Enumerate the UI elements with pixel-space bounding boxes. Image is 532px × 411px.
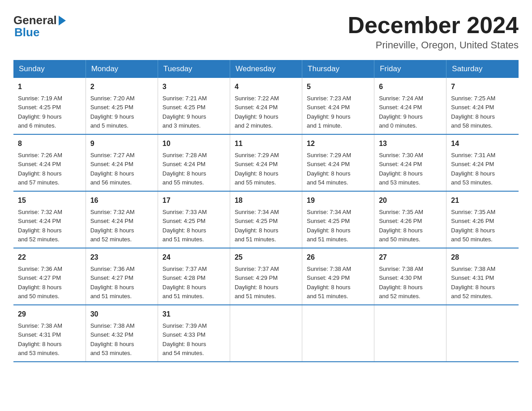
day-number: 25	[235, 252, 297, 263]
day-info: Sunrise: 7:23 AMSunset: 4:24 PMDaylight:…	[307, 95, 351, 129]
day-info: Sunrise: 7:21 AMSunset: 4:25 PMDaylight:…	[163, 95, 207, 129]
calendar-cell: 2 Sunrise: 7:20 AMSunset: 4:25 PMDayligh…	[86, 78, 158, 134]
calendar-week-row: 8 Sunrise: 7:26 AMSunset: 4:24 PMDayligh…	[13, 134, 519, 191]
logo-line2: Blue	[13, 26, 66, 39]
calendar-cell: 12 Sunrise: 7:29 AMSunset: 4:24 PMDaylig…	[302, 134, 374, 191]
calendar-cell: 29 Sunrise: 7:38 AMSunset: 4:31 PMDaylig…	[13, 305, 86, 362]
weekday-header-sunday: Sunday	[13, 60, 86, 78]
day-number: 29	[18, 309, 81, 320]
calendar-cell: 14 Sunrise: 7:31 AMSunset: 4:24 PMDaylig…	[446, 134, 519, 191]
day-info: Sunrise: 7:20 AMSunset: 4:25 PMDaylight:…	[90, 95, 135, 129]
calendar-cell: 20 Sunrise: 7:35 AMSunset: 4:26 PMDaylig…	[374, 191, 446, 248]
day-number: 16	[90, 195, 153, 206]
weekday-header-tuesday: Tuesday	[158, 60, 230, 78]
day-info: Sunrise: 7:38 AMSunset: 4:30 PMDaylight:…	[379, 265, 423, 300]
calendar-cell: 30 Sunrise: 7:38 AMSunset: 4:32 PMDaylig…	[86, 305, 158, 362]
day-number: 14	[451, 138, 514, 149]
day-number: 2	[90, 81, 153, 92]
calendar-cell: 27 Sunrise: 7:38 AMSunset: 4:30 PMDaylig…	[374, 248, 446, 305]
day-info: Sunrise: 7:37 AMSunset: 4:29 PMDaylight:…	[235, 265, 279, 300]
day-number: 31	[163, 309, 225, 320]
day-number: 28	[451, 252, 514, 263]
day-number: 26	[307, 252, 369, 263]
calendar-cell: 5 Sunrise: 7:23 AMSunset: 4:24 PMDayligh…	[302, 78, 374, 134]
day-info: Sunrise: 7:33 AMSunset: 4:25 PMDaylight:…	[163, 209, 207, 243]
day-number: 18	[235, 195, 297, 206]
day-number: 11	[235, 138, 297, 149]
day-info: Sunrise: 7:35 AMSunset: 4:26 PMDaylight:…	[451, 209, 495, 243]
day-info: Sunrise: 7:32 AMSunset: 4:24 PMDaylight:…	[18, 209, 62, 243]
day-number: 13	[379, 138, 442, 149]
day-number: 9	[90, 138, 153, 149]
day-number: 20	[379, 195, 442, 206]
day-info: Sunrise: 7:26 AMSunset: 4:24 PMDaylight:…	[18, 152, 62, 186]
calendar-cell: 25 Sunrise: 7:37 AMSunset: 4:29 PMDaylig…	[230, 248, 302, 305]
calendar-cell: 16 Sunrise: 7:32 AMSunset: 4:24 PMDaylig…	[86, 191, 158, 248]
day-info: Sunrise: 7:34 AMSunset: 4:25 PMDaylight:…	[307, 209, 351, 243]
calendar-cell: 22 Sunrise: 7:36 AMSunset: 4:27 PMDaylig…	[13, 248, 86, 305]
day-number: 23	[90, 252, 153, 263]
day-info: Sunrise: 7:36 AMSunset: 4:27 PMDaylight:…	[18, 265, 62, 300]
day-info: Sunrise: 7:38 AMSunset: 4:31 PMDaylight:…	[18, 322, 62, 356]
calendar-cell	[374, 305, 446, 362]
day-info: Sunrise: 7:24 AMSunset: 4:24 PMDaylight:…	[379, 95, 423, 129]
day-number: 8	[18, 138, 81, 149]
day-info: Sunrise: 7:29 AMSunset: 4:24 PMDaylight:…	[307, 152, 351, 186]
calendar-cell: 28 Sunrise: 7:38 AMSunset: 4:31 PMDaylig…	[446, 248, 519, 305]
weekday-header-thursday: Thursday	[302, 60, 374, 78]
day-number: 22	[18, 252, 81, 263]
day-info: Sunrise: 7:37 AMSunset: 4:28 PMDaylight:…	[163, 265, 207, 300]
calendar-cell	[446, 305, 519, 362]
calendar-cell: 13 Sunrise: 7:30 AMSunset: 4:24 PMDaylig…	[374, 134, 446, 191]
calendar-cell: 9 Sunrise: 7:27 AMSunset: 4:24 PMDayligh…	[86, 134, 158, 191]
day-info: Sunrise: 7:19 AMSunset: 4:25 PMDaylight:…	[18, 95, 62, 129]
calendar-cell: 10 Sunrise: 7:28 AMSunset: 4:24 PMDaylig…	[158, 134, 230, 191]
day-info: Sunrise: 7:27 AMSunset: 4:24 PMDaylight:…	[90, 152, 135, 186]
day-info: Sunrise: 7:35 AMSunset: 4:26 PMDaylight:…	[379, 209, 423, 243]
day-number: 17	[163, 195, 225, 206]
calendar-cell: 1 Sunrise: 7:19 AMSunset: 4:25 PMDayligh…	[13, 78, 86, 134]
day-number: 27	[379, 252, 442, 263]
day-info: Sunrise: 7:38 AMSunset: 4:32 PMDaylight:…	[90, 322, 135, 356]
day-number: 10	[163, 138, 225, 149]
calendar-cell: 31 Sunrise: 7:39 AMSunset: 4:33 PMDaylig…	[158, 305, 230, 362]
calendar-week-row: 22 Sunrise: 7:36 AMSunset: 4:27 PMDaylig…	[13, 248, 519, 305]
day-number: 1	[18, 81, 81, 92]
calendar-cell: 8 Sunrise: 7:26 AMSunset: 4:24 PMDayligh…	[13, 134, 86, 191]
location-text: Prineville, Oregon, United States	[348, 39, 519, 51]
weekday-header-friday: Friday	[374, 60, 446, 78]
day-info: Sunrise: 7:36 AMSunset: 4:27 PMDaylight:…	[90, 265, 135, 300]
weekday-header-wednesday: Wednesday	[230, 60, 302, 78]
calendar-cell: 23 Sunrise: 7:36 AMSunset: 4:27 PMDaylig…	[86, 248, 158, 305]
calendar-cell: 7 Sunrise: 7:25 AMSunset: 4:24 PMDayligh…	[446, 78, 519, 134]
day-info: Sunrise: 7:31 AMSunset: 4:24 PMDaylight:…	[451, 152, 495, 186]
day-info: Sunrise: 7:30 AMSunset: 4:24 PMDaylight:…	[379, 152, 423, 186]
day-info: Sunrise: 7:39 AMSunset: 4:33 PMDaylight:…	[163, 322, 207, 356]
calendar-week-row: 1 Sunrise: 7:19 AMSunset: 4:25 PMDayligh…	[13, 78, 519, 134]
day-number: 3	[163, 81, 225, 92]
page-header: General Blue December 2024 Prineville, O…	[13, 13, 519, 51]
day-number: 21	[451, 195, 514, 206]
day-number: 30	[90, 309, 153, 320]
weekday-header-monday: Monday	[86, 60, 158, 78]
calendar-week-row: 29 Sunrise: 7:38 AMSunset: 4:31 PMDaylig…	[13, 305, 519, 362]
day-number: 6	[379, 81, 442, 92]
calendar-cell: 24 Sunrise: 7:37 AMSunset: 4:28 PMDaylig…	[158, 248, 230, 305]
calendar-cell: 6 Sunrise: 7:24 AMSunset: 4:24 PMDayligh…	[374, 78, 446, 134]
calendar-cell	[230, 305, 302, 362]
logo-arrow-icon	[59, 16, 66, 26]
calendar-cell	[302, 305, 374, 362]
day-number: 7	[451, 81, 514, 92]
day-info: Sunrise: 7:29 AMSunset: 4:24 PMDaylight:…	[235, 152, 279, 186]
day-info: Sunrise: 7:22 AMSunset: 4:24 PMDaylight:…	[235, 95, 279, 129]
day-number: 4	[235, 81, 297, 92]
month-title: December 2024	[348, 13, 519, 37]
day-number: 19	[307, 195, 369, 206]
day-info: Sunrise: 7:34 AMSunset: 4:25 PMDaylight:…	[235, 209, 279, 243]
day-number: 5	[307, 81, 369, 92]
calendar-table: SundayMondayTuesdayWednesdayThursdayFrid…	[13, 60, 519, 362]
calendar-cell: 18 Sunrise: 7:34 AMSunset: 4:25 PMDaylig…	[230, 191, 302, 248]
calendar-cell: 26 Sunrise: 7:38 AMSunset: 4:29 PMDaylig…	[302, 248, 374, 305]
day-number: 12	[307, 138, 369, 149]
day-info: Sunrise: 7:32 AMSunset: 4:24 PMDaylight:…	[90, 209, 135, 243]
